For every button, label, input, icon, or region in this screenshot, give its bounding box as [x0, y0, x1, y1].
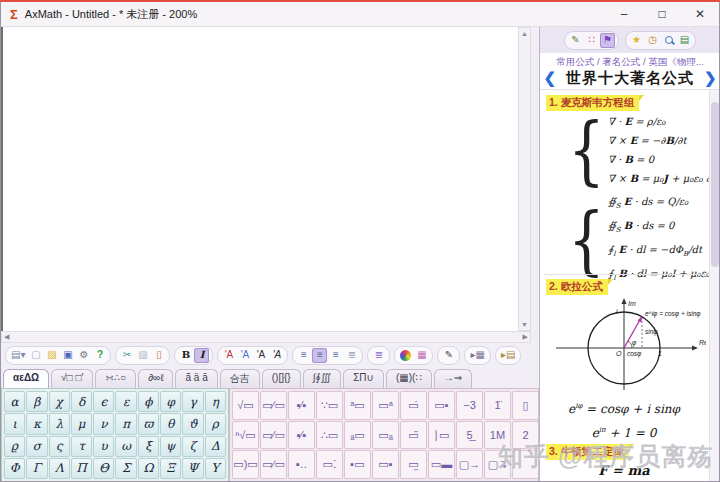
euler-equations[interactable]: eiφ = cosφ + i sinφeiπ + 1 = 0	[540, 396, 708, 444]
palette-tab-7[interactable]: ∫∮∭	[303, 369, 342, 388]
template-cell[interactable]	[512, 450, 539, 479]
template-cell[interactable]: ▭⁄▭	[260, 391, 287, 420]
new-button[interactable]: ▤▾	[9, 348, 27, 363]
template-cell[interactable]: ▭̇	[400, 391, 427, 420]
greek-symbol-cell[interactable]: Π	[71, 458, 92, 479]
greek-symbol-cell[interactable]: γ	[182, 391, 203, 412]
formula[interactable]: ∇ × E = −∂B/∂t	[608, 131, 720, 150]
greek-symbol-cell[interactable]: Λ	[49, 458, 70, 479]
palette-tab-1[interactable]: √□ □'	[51, 369, 93, 388]
greek-symbol-cell[interactable]: Δ	[205, 436, 226, 457]
template-cell[interactable]: ▭▪	[372, 450, 399, 479]
greek-symbol-cell[interactable]: Θ	[93, 458, 114, 479]
scroll-right-icon[interactable]: ▶	[523, 333, 528, 341]
template-cell[interactable]: ∵▭	[316, 391, 343, 420]
palette-tab-2[interactable]: ∺∴○	[95, 369, 136, 388]
template-cell[interactable]: 5̲	[456, 421, 483, 450]
insert-table-button[interactable]: ▸▦	[468, 348, 486, 363]
greek-symbol-cell[interactable]: ε	[115, 391, 136, 412]
template-cell[interactable]: ▭∕▭	[260, 450, 287, 479]
sidebar-scrollbar-thumb[interactable]	[711, 102, 719, 267]
greek-symbol-cell[interactable]: Φ	[4, 458, 25, 479]
template-cell[interactable]: ∴▭	[316, 421, 343, 450]
greek-symbol-cell[interactable]: κ	[26, 413, 47, 434]
minimize-button[interactable]: –	[605, 2, 643, 26]
palette-tab-10[interactable]: →⇒	[434, 369, 472, 388]
font-italic-button[interactable]: 'A	[269, 348, 284, 363]
handwrite-panel-button[interactable]: ✎	[568, 33, 583, 48]
hand-draw-button[interactable]: ✎	[441, 348, 456, 363]
template-cell[interactable]: 1M	[484, 421, 511, 450]
formula-library-panel-button[interactable]: ⚑	[600, 33, 615, 48]
greek-symbol-cell[interactable]: ρ	[205, 413, 226, 434]
breadcrumb[interactable]: 常用公式 / 著名公式 / 英国《物理...	[540, 53, 720, 67]
greek-symbol-cell[interactable]: ϖ	[138, 413, 159, 434]
search-button[interactable]	[661, 33, 676, 48]
greek-symbol-cell[interactable]: π	[115, 413, 136, 434]
greek-symbol-cell[interactable]: ϱ	[4, 436, 25, 457]
template-cell[interactable]: ▭)▭	[232, 450, 259, 479]
equation-canvas[interactable]	[1, 27, 518, 331]
maxwell-differential-system[interactable]: { ∇ · E = ρ/ε₀∇ × E = −∂B/∂t∇ · B = 0∇ ×…	[568, 112, 720, 188]
template-cell[interactable]: ▭ᵃ	[372, 391, 399, 420]
greek-symbol-cell[interactable]: τ	[71, 436, 92, 457]
greek-symbol-cell[interactable]: δ	[71, 391, 92, 412]
palette-tab-8[interactable]: ΣΠ∪	[343, 369, 384, 388]
settings-button[interactable]: ⚙	[76, 348, 91, 363]
color-picker-button[interactable]: ▦	[414, 348, 429, 363]
greek-symbol-cell[interactable]: Ψ	[182, 458, 203, 479]
greek-symbol-cell[interactable]: ψ	[160, 436, 181, 457]
font-roman-button[interactable]: 'A	[253, 348, 268, 363]
formula[interactable]: eiπ + 1 = 0	[540, 420, 708, 444]
numbering-button[interactable]: ≣	[371, 348, 386, 363]
greek-symbol-cell[interactable]: ι	[4, 413, 25, 434]
close-button[interactable]: ✕	[681, 2, 719, 26]
greek-symbol-cell[interactable]: ϕ	[138, 391, 159, 412]
align-right-button[interactable]: ≡	[328, 348, 343, 363]
insert-library-button[interactable]: ▸▤	[499, 348, 517, 363]
template-cell[interactable]: ▪⁄▪	[288, 391, 315, 420]
open-button[interactable]: ▨	[44, 348, 59, 363]
align-center-button[interactable]: ≡	[312, 348, 327, 363]
greek-symbol-cell[interactable]: Γ	[26, 458, 47, 479]
greek-symbol-cell[interactable]: ζ	[182, 436, 203, 457]
bold-button[interactable]: B	[178, 348, 193, 363]
greek-symbol-cell[interactable]: σ	[26, 436, 47, 457]
greek-symbol-cell[interactable]: Ξ	[160, 458, 181, 479]
greek-symbol-cell[interactable]: λ	[49, 413, 70, 434]
greek-symbol-cell[interactable]: ϵ	[93, 391, 114, 412]
scroll-up-icon[interactable]: ▲	[521, 30, 528, 37]
paste-button[interactable]: ▯	[151, 348, 166, 363]
template-cell[interactable]: ∣▭	[428, 421, 455, 450]
save-button[interactable]: ▣	[60, 348, 75, 363]
template-cell[interactable]: 1̈	[484, 391, 511, 420]
template-cell[interactable]: ▪‥	[288, 450, 315, 479]
template-cell[interactable]: ▭▪	[428, 391, 455, 420]
template-cell[interactable]: ▯	[512, 391, 539, 420]
cut-button[interactable]: ✂	[119, 348, 134, 363]
formula[interactable]: ∇ × B = μ₀J + μ₀ε₀ ∂E/∂t	[608, 169, 720, 188]
template-cell[interactable]: ▭⁚	[316, 450, 343, 479]
palette-tab-4[interactable]: ã ä ā	[175, 369, 217, 388]
greek-symbol-cell[interactable]: ξ	[138, 436, 159, 457]
new-from-template-button[interactable]: ▢	[28, 348, 43, 363]
greek-symbol-cell[interactable]: μ	[71, 413, 92, 434]
library-book-button[interactable]: ▤	[677, 33, 692, 48]
palette-tab-3[interactable]: ∂∞ℓ	[138, 369, 173, 388]
greek-symbol-cell[interactable]: ϑ	[182, 413, 203, 434]
canvas-vertical-scrollbar[interactable]: ▲ ▼	[518, 27, 531, 331]
sidebar-scrollbar[interactable]	[709, 90, 720, 482]
palette-tab-5[interactable]: 合吉	[220, 369, 260, 388]
greek-symbol-cell[interactable]: φ	[160, 391, 181, 412]
recent-button[interactable]: ◷	[645, 33, 660, 48]
font-math-button[interactable]: 'A	[237, 348, 252, 363]
formula[interactable]: ∮l B · dl = μ₀I + μ₀ε₀ dΦE/dt	[608, 264, 720, 288]
greek-symbol-cell[interactable]: ν	[93, 413, 114, 434]
formula[interactable]: eiφ = cosφ + i sinφ	[540, 396, 708, 420]
template-cell[interactable]: ▭⁄▭	[260, 421, 287, 450]
greek-symbol-cell[interactable]: ς	[49, 436, 70, 457]
canvas-horizontal-scrollbar[interactable]: ◀ ▶	[1, 331, 531, 343]
next-page-chevron[interactable]: ❯	[704, 69, 717, 87]
template-cell[interactable]: ▭ₐ	[372, 421, 399, 450]
formula[interactable]: ∇ · E = ρ/ε₀	[608, 112, 720, 131]
